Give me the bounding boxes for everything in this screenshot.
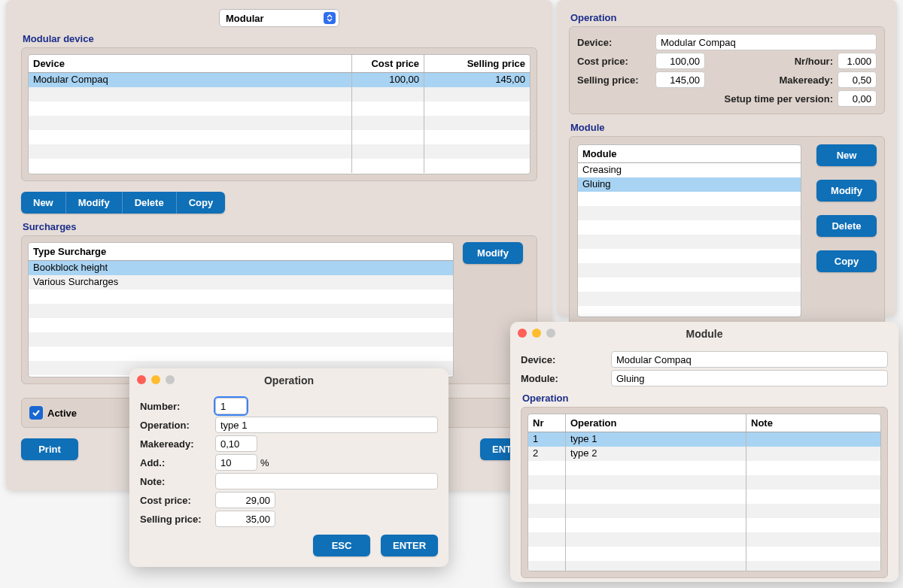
op-makeready-field[interactable] [215,435,257,452]
surcharges-title: Surcharges [23,221,537,232]
table-row[interactable]: Creasing [578,163,801,177]
lbl-device: Device: [521,354,611,365]
device-button-group: New Modify Delete Copy [21,192,225,214]
lbl-module: Module: [521,373,611,384]
surcharges-section: Type Surcharge Bookblock height Various … [21,235,537,384]
active-label: Active [47,408,77,419]
module-new-button[interactable]: New [816,144,877,166]
lbl-setuptime: Setup time per version: [725,93,833,105]
maximize-icon[interactable] [546,329,555,338]
selling-field[interactable] [655,71,705,88]
op-enter-button[interactable]: ENTER [381,535,438,556]
modular-device-title: Modular device [23,33,537,44]
window-title: Operation [264,374,314,386]
table-row[interactable]: 2 type 2 [528,447,880,461]
mod-module-field[interactable] [611,370,888,386]
window-title: Module [686,328,723,340]
module-delete-button[interactable]: Delete [816,215,877,237]
lbl-selling: Selling price: [577,74,655,86]
lbl-nrhour: Nr/hour: [774,56,833,67]
col-nr: Nr [528,414,566,432]
new-button[interactable]: New [21,192,66,214]
operation-section: Device: Cost price: Nr/hour: Selling pri… [569,26,885,114]
select-value: Modular [226,13,264,24]
col-operation: Operation [566,414,746,432]
lbl-device: Device: [577,37,655,48]
right-panel: Operation Device: Cost price: Nr/hour: S… [557,0,897,316]
esc-button[interactable]: ESC [313,535,370,556]
window-controls [137,375,175,384]
number-field[interactable] [215,398,247,414]
window-controls [518,329,555,338]
table-row[interactable]: 1 type 1 [528,432,880,447]
print-button[interactable]: Print [21,438,78,460]
table-row[interactable]: Various Surcharges [29,275,453,289]
op-cost-field[interactable] [215,492,275,508]
minimize-icon[interactable] [532,329,541,338]
lbl-cost: Cost price: [577,56,655,67]
operation-title: Operation [570,12,885,23]
surcharges-table[interactable]: Type Surcharge Bookblock height Various … [28,242,454,377]
col-device: Device [29,55,352,72]
device-type-select[interactable]: Modular [219,9,339,27]
col-note: Note [746,414,880,432]
table-row[interactable]: Modular Compaq 100,00 145,00 [29,73,530,87]
maximize-icon[interactable] [166,375,175,384]
module-section: Module Creasing Gluing New Modify Delete… [569,136,885,326]
lbl-cost: Cost price: [140,495,215,506]
op-selling-field[interactable] [215,511,275,527]
setuptime-field[interactable] [838,90,877,107]
operation-field[interactable] [215,417,438,433]
col-type-surcharge: Type Surcharge [29,243,453,260]
delete-button[interactable]: Delete [123,192,177,214]
mod-device-field[interactable] [611,351,888,368]
copy-button[interactable]: Copy [177,192,226,214]
module-modify-button[interactable]: Modify [816,180,877,202]
cost-field[interactable] [655,53,705,69]
note-field[interactable] [215,473,438,489]
lbl-makeready: Makeready: [765,74,833,86]
module-title: Module [570,122,885,133]
op-table[interactable]: Nr Operation Note 1 type 1 2 type 2 [528,414,881,571]
lbl-operation: Operation: [140,420,215,431]
lbl-number: Number: [140,401,215,412]
minimize-icon[interactable] [151,375,160,384]
surcharge-modify-button[interactable]: Modify [463,242,523,264]
close-icon[interactable] [137,375,146,384]
chevron-updown-icon [324,12,336,24]
active-checkbox[interactable] [29,406,43,420]
table-row[interactable]: Bookblock height [29,261,453,275]
lbl-note: Note: [140,476,215,487]
device-field[interactable] [655,34,877,50]
lbl-add: Add.: [140,457,215,468]
op-section: Nr Operation Note 1 type 1 2 type 2 [521,407,888,578]
pct-label: % [260,457,269,468]
col-selling: Selling price [424,55,530,72]
module-dialog: Module Device: Module: Operation Nr Oper… [510,322,898,582]
device-section: Device Cost price Selling price Modular … [21,47,537,181]
module-table[interactable]: Module Creasing Gluing [577,144,801,317]
lbl-makeready: Makeready: [140,438,215,450]
window-titlebar[interactable]: Operation [129,368,448,391]
window-titlebar[interactable]: Module [510,322,898,344]
module-button-column: New Modify Delete Copy [816,144,877,317]
makeready-field[interactable] [838,71,877,88]
operation-dialog: Operation Number: Operation: Makeready: … [129,368,448,567]
col-module: Module [578,145,801,162]
col-cost: Cost price [352,55,424,72]
device-table[interactable]: Device Cost price Selling price Modular … [28,54,531,174]
module-copy-button[interactable]: Copy [816,250,877,272]
modify-button[interactable]: Modify [66,192,123,214]
op-title: Operation [522,393,888,404]
lbl-selling: Selling price: [140,514,215,525]
nrhour-field[interactable] [838,53,877,69]
table-row[interactable]: Gluing [578,177,801,192]
close-icon[interactable] [518,329,527,338]
add-field[interactable] [215,454,257,471]
